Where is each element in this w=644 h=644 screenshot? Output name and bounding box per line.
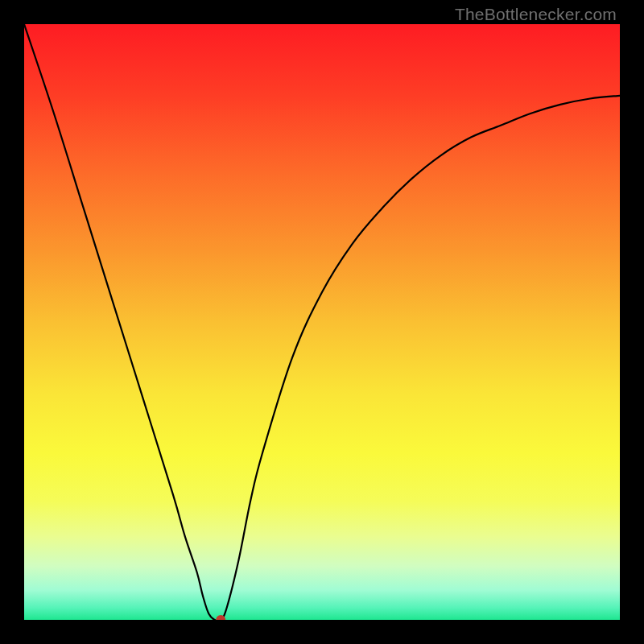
watermark-text: TheBottlenecker.com xyxy=(455,5,617,24)
curve-line xyxy=(24,24,620,620)
plot-area xyxy=(24,24,620,620)
chart-frame: TheBottlenecker.com xyxy=(0,0,644,644)
bottleneck-curve xyxy=(24,24,620,620)
